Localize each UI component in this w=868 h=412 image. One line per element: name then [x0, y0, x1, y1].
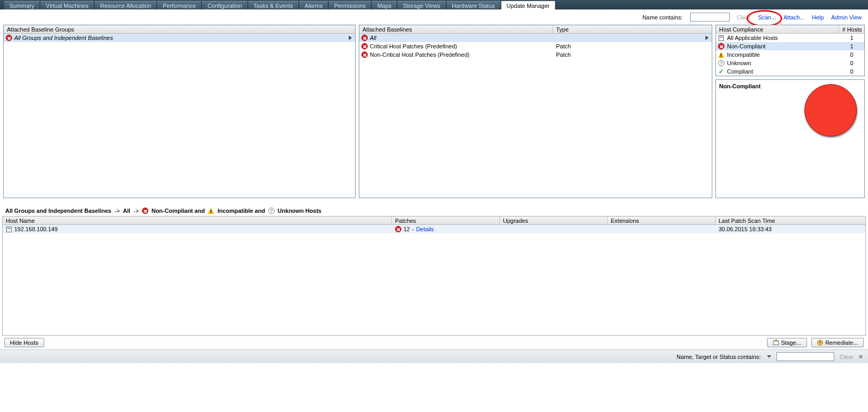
hosts-header-scan[interactable]: Last Patch Scan Time — [715, 217, 865, 224]
breadcrumb: All Groups and Independent Baselines -> … — [0, 198, 868, 216]
hosts-header-name[interactable]: Host Name — [3, 217, 392, 224]
compliance-label: Incompatible — [727, 52, 760, 58]
arrow-right-icon — [705, 36, 709, 40]
error-icon — [395, 226, 401, 232]
hosts-header: Host Name Patches Upgrades Extensions La… — [3, 217, 865, 225]
compliance-chart: Non-Compliant — [715, 79, 865, 198]
hosts-header-upgrades[interactable]: Upgrades — [500, 217, 608, 224]
baseline-groups-header-cell[interactable]: Attached Baseline Groups — [4, 25, 355, 33]
compliance-count: 0 — [841, 68, 862, 75]
compliance-row-noncompliant[interactable]: Non-Compliant 1 — [716, 42, 864, 50]
baselines-header-type[interactable]: Type — [553, 25, 712, 33]
tab-maps[interactable]: Maps — [372, 1, 397, 9]
host-patches-count: 12 — [403, 225, 410, 233]
baseline-name: All — [370, 35, 553, 41]
host-scan-time: 30.06.2015 18:33:43 — [715, 225, 865, 233]
compliance-header-name[interactable]: Host Compliance — [716, 25, 839, 33]
toolbar: Name contains: Clear Scan... Attach... H… — [0, 9, 868, 25]
compliance-row-all[interactable]: All Applicable Hosts 1 — [716, 34, 864, 42]
crumb-groups: All Groups and Independent Baselines — [5, 208, 112, 214]
tab-storage-views[interactable]: Storage Views — [398, 1, 446, 9]
compliance-row-incompatible[interactable]: Incompatible 0 — [716, 50, 864, 59]
tab-update-manager[interactable]: Update Manager — [501, 1, 555, 9]
tab-alarms[interactable]: Alarms — [299, 1, 328, 9]
crumb-unknown: Unknown Hosts — [278, 208, 321, 214]
error-icon — [718, 43, 724, 49]
compliance-column: Host Compliance # Hosts All Applicable H… — [715, 25, 865, 198]
dropdown-caret-icon[interactable] — [767, 355, 771, 358]
stage-button[interactable]: Stage... — [767, 338, 807, 347]
baselines-header-name[interactable]: Attached Baselines — [359, 25, 553, 33]
filter-input[interactable] — [690, 13, 730, 22]
compliance-label: All Applicable Hosts — [727, 35, 778, 41]
host-row[interactable]: 192.168.100.149 12 - Details 30.06.2015 … — [3, 225, 865, 233]
tab-performance[interactable]: Performance — [157, 1, 201, 9]
compliance-row-unknown[interactable]: ? Unknown 0 — [716, 59, 864, 67]
help-link[interactable]: Help — [812, 14, 824, 20]
hosts-body: 192.168.100.149 12 - Details 30.06.2015 … — [3, 225, 865, 335]
warning-icon — [208, 208, 214, 214]
host-extensions — [608, 225, 715, 233]
host-icon — [6, 226, 12, 232]
baseline-row-all[interactable]: All — [359, 34, 712, 42]
question-icon: ? — [268, 208, 275, 214]
hide-hosts-button[interactable]: Hide Hosts — [4, 338, 44, 347]
close-icon[interactable]: × — [859, 353, 863, 360]
admin-view-link[interactable]: Admin View — [831, 14, 862, 20]
tab-strip: Summary Virtual Machines Resource Alloca… — [0, 0, 868, 9]
baseline-name: Critical Host Patches (Predefined) — [370, 43, 554, 49]
remediate-icon — [817, 339, 823, 346]
tab-tasks-events[interactable]: Tasks & Events — [248, 1, 298, 9]
baseline-group-label: All Groups and Independent Baselines — [14, 35, 113, 41]
host-icon — [719, 35, 724, 41]
tab-permissions[interactable]: Permissions — [329, 1, 371, 9]
compliance-count: 0 — [841, 60, 862, 66]
scan-link[interactable]: Scan... — [758, 14, 776, 20]
dash: - — [412, 225, 414, 233]
compliance-count: 1 — [841, 35, 862, 41]
compliance-panel: Host Compliance # Hosts All Applicable H… — [715, 25, 865, 76]
remediate-label: Remediate... — [825, 339, 858, 346]
bottom-filter-bar: Name, Target or Status contains: Clear × — [0, 349, 868, 363]
pie-chart — [804, 84, 857, 137]
host-patches-details-link[interactable]: Details — [416, 225, 434, 233]
warning-icon — [718, 52, 724, 58]
crumb-all: All — [123, 208, 130, 214]
compliance-header-count[interactable]: # Hosts — [839, 25, 864, 33]
crumb-incompatible: Incompatible and — [217, 208, 265, 214]
baseline-groups-header: Attached Baseline Groups — [4, 25, 355, 34]
tab-configuration[interactable]: Configuration — [202, 1, 247, 9]
hosts-header-extensions[interactable]: Extensions — [608, 217, 715, 224]
compliance-row-compliant[interactable]: ✓ Compliant 0 — [716, 67, 864, 76]
baseline-group-row[interactable]: All Groups and Independent Baselines — [4, 34, 355, 42]
scan-highlight: Scan... — [758, 14, 776, 20]
compliance-label: Compliant — [727, 68, 753, 75]
question-icon: ? — [718, 60, 724, 66]
baseline-row[interactable]: Non-Critical Host Patches (Predefined) P… — [359, 50, 712, 59]
tab-resource-allocation[interactable]: Resource Allocation — [95, 1, 156, 9]
tab-virtual-machines[interactable]: Virtual Machines — [41, 1, 94, 9]
bottom-filter-input[interactable] — [776, 352, 834, 361]
baseline-name: Non-Critical Host Patches (Predefined) — [370, 52, 554, 58]
hide-hosts-label: Hide Hosts — [10, 339, 38, 346]
stage-label: Stage... — [781, 339, 801, 346]
baseline-groups-panel: Attached Baseline Groups All Groups and … — [3, 25, 356, 198]
tab-summary[interactable]: Summary — [4, 1, 39, 9]
error-icon — [142, 208, 148, 214]
arrow-right-icon — [349, 36, 352, 40]
clear-link: Clear — [737, 14, 751, 20]
remediate-button[interactable]: Remediate... — [811, 338, 864, 347]
compliance-count: 0 — [841, 52, 862, 58]
baseline-row[interactable]: Critical Host Patches (Predefined) Patch — [359, 42, 712, 50]
compliance-count: 1 — [841, 43, 862, 49]
error-icon — [361, 43, 368, 49]
hosts-header-patches[interactable]: Patches — [392, 217, 500, 224]
compliance-chart-title: Non-Compliant — [719, 83, 761, 89]
crumb-sep: -> — [134, 208, 139, 214]
error-icon — [6, 35, 12, 41]
tab-hardware-status[interactable]: Hardware Status — [447, 1, 500, 9]
host-upgrades — [500, 225, 608, 233]
crumb-noncompliant: Non-Compliant and — [152, 208, 205, 214]
attach-link[interactable]: Attach... — [783, 14, 804, 20]
filter-label: Name contains: — [642, 14, 682, 20]
